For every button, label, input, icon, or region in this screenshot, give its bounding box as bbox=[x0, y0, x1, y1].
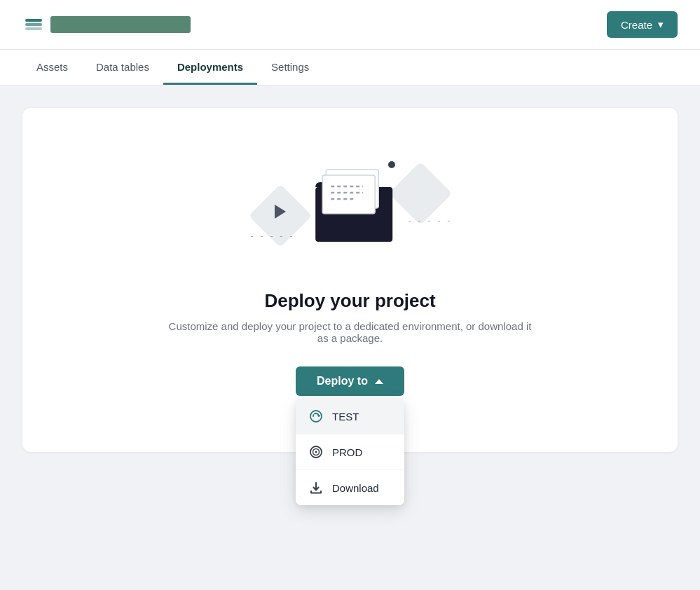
main-content: - - - - - - - - - - bbox=[0, 85, 700, 474]
tab-settings[interactable]: Settings bbox=[257, 50, 323, 85]
nav-tabs: Assets Data tables Deployments Settings bbox=[0, 50, 700, 85]
tab-assets[interactable]: Assets bbox=[22, 50, 82, 85]
svg-rect-2 bbox=[25, 27, 42, 30]
deploy-to-button[interactable]: Deploy to bbox=[296, 366, 404, 396]
deploy-illustration: - - - - - - - - - - bbox=[238, 150, 462, 262]
dashes-left: - - - - - bbox=[251, 231, 295, 241]
folder-icon bbox=[308, 163, 399, 249]
logo-text bbox=[50, 16, 191, 33]
create-label: Create bbox=[621, 19, 652, 31]
header: Create ▾ bbox=[0, 0, 700, 50]
svg-rect-5 bbox=[322, 175, 375, 214]
prod-icon bbox=[308, 444, 324, 460]
logo-area bbox=[22, 13, 191, 36]
tab-data-tables[interactable]: Data tables bbox=[82, 50, 163, 85]
deploy-container: Deploy to TEST bbox=[296, 366, 404, 396]
dropdown-item-test-label: TEST bbox=[332, 411, 359, 423]
create-button[interactable]: Create ▾ bbox=[607, 11, 678, 38]
deploy-card: - - - - - - - - - - bbox=[22, 108, 678, 452]
tab-deployments[interactable]: Deployments bbox=[163, 50, 257, 85]
dropdown-item-prod-label: PROD bbox=[332, 446, 362, 458]
stack-icon bbox=[22, 13, 45, 36]
download-icon bbox=[308, 480, 324, 495]
svg-point-12 bbox=[315, 451, 317, 453]
dropdown-item-prod[interactable]: PROD bbox=[296, 434, 404, 470]
svg-point-9 bbox=[310, 411, 322, 422]
test-icon bbox=[308, 409, 324, 424]
dropdown-item-download[interactable]: Download bbox=[296, 470, 404, 505]
deploy-title: Deploy your project bbox=[264, 290, 435, 312]
svg-rect-0 bbox=[25, 19, 42, 22]
play-arrow-icon bbox=[275, 205, 286, 219]
svg-rect-1 bbox=[25, 23, 42, 26]
deploy-subtitle: Customize and deploy your project to a d… bbox=[168, 320, 533, 344]
deploy-btn-label: Deploy to bbox=[317, 375, 368, 387]
dashes-right: - - - - - bbox=[408, 215, 452, 226]
deploy-dropdown-menu: TEST PROD bbox=[296, 399, 404, 505]
create-chevron-icon: ▾ bbox=[658, 18, 664, 31]
deploy-chevron-up-icon bbox=[375, 379, 383, 384]
dropdown-item-test[interactable]: TEST bbox=[296, 399, 404, 434]
dropdown-item-download-label: Download bbox=[332, 482, 379, 494]
